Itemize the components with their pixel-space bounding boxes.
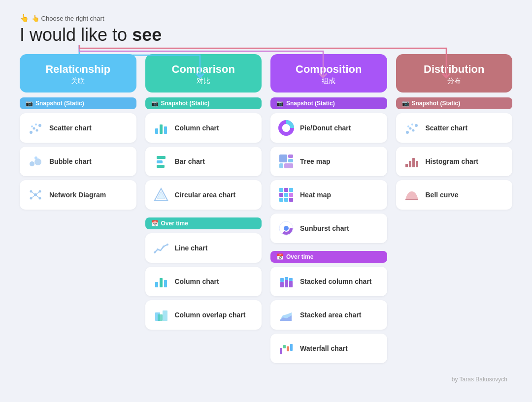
chart-label-sunburst: Sunburst chart: [300, 224, 349, 233]
column-relationship: Relationship关联📷 Snapshot (Static) Scatte…: [20, 54, 136, 217]
svg-rect-19: [160, 124, 163, 134]
chart-item-scatter-0[interactable]: Scatter chart: [396, 113, 513, 143]
svg-point-70: [407, 125, 409, 127]
chart-label-scatter: Scatter chart: [49, 124, 92, 132]
svg-rect-51: [289, 198, 293, 202]
chart-item-bell-2[interactable]: Bell curve: [396, 180, 513, 210]
svg-rect-60: [289, 278, 293, 281]
chart-label-heatmap: Heat map: [300, 190, 331, 199]
svg-rect-56: [280, 278, 284, 282]
chart-item-stacked-area-1[interactable]: Stacked area chart: [270, 300, 387, 330]
svg-point-28: [163, 246, 165, 247]
cat-title-composition: Composition: [277, 63, 380, 76]
cat-header-relationship: Relationship关联: [20, 54, 136, 93]
chart-label-bell: Bell curve: [426, 190, 459, 199]
column-icon: [152, 273, 170, 290]
chart-label-waterfall: Waterfall chart: [300, 344, 348, 353]
waterfall-icon: [277, 340, 295, 357]
svg-rect-35: [163, 310, 167, 321]
svg-rect-42: [284, 163, 293, 168]
chart-item-network-2[interactable]: Network Diagram: [20, 180, 136, 210]
svg-rect-64: [290, 344, 293, 351]
svg-line-15: [35, 191, 40, 195]
svg-rect-34: [158, 314, 163, 321]
svg-line-17: [35, 195, 40, 198]
chart-item-histogram-1[interactable]: Histogram chart: [396, 147, 513, 176]
section-composition-1: 📅 Over time Stacked column chart Stacked…: [270, 251, 387, 367]
svg-rect-74: [416, 161, 418, 167]
chart-label-scatter: Scatter chart: [426, 124, 468, 132]
chart-item-waterfall-2[interactable]: Waterfall chart: [270, 334, 387, 363]
chart-item-bubble-1[interactable]: Bubble chart: [20, 147, 136, 176]
cat-subtitle-distribution: 分布: [403, 77, 506, 86]
chart-item-heatmap-2[interactable]: Heat map: [270, 180, 387, 210]
svg-rect-43: [279, 188, 283, 192]
svg-rect-61: [280, 348, 282, 354]
svg-rect-20: [164, 126, 167, 134]
svg-rect-41: [279, 163, 283, 168]
badge-text: 👆 Choose the right chart: [32, 15, 104, 22]
chart-item-sunburst-3[interactable]: Sunburst chart: [270, 214, 387, 243]
svg-point-37: [282, 124, 290, 132]
bubble-icon: [27, 153, 44, 170]
chart-item-line-0[interactable]: Line chart: [145, 233, 262, 263]
bar-icon: [152, 153, 170, 170]
chart-label-column-overlap: Column overlap chart: [175, 310, 246, 319]
svg-line-14: [31, 191, 35, 195]
chart-item-column-1[interactable]: Column chart: [145, 267, 262, 296]
section-label-comparison-0: 📷 Snapshot (Static): [145, 97, 262, 109]
section-label-composition-1: 📅 Over time: [270, 251, 387, 263]
network-icon: [27, 186, 44, 204]
column-composition: Composition组成📷 Snapshot (Static) Pie/Don…: [270, 54, 387, 371]
svg-rect-18: [155, 128, 158, 134]
svg-rect-45: [289, 188, 293, 192]
svg-rect-40: [288, 159, 293, 162]
svg-point-2: [36, 129, 38, 132]
svg-rect-47: [284, 193, 288, 197]
bell-icon: [403, 186, 421, 204]
heatmap-icon: [277, 186, 295, 204]
svg-point-66: [409, 127, 411, 130]
svg-point-1: [33, 127, 35, 130]
svg-rect-44: [284, 188, 288, 192]
svg-point-54: [284, 226, 289, 231]
chart-label-stacked-area: Stacked area chart: [300, 310, 362, 319]
chart-item-scatter-0[interactable]: Scatter chart: [20, 113, 136, 143]
histogram-icon: [403, 153, 421, 170]
section-distribution-0: 📷 Snapshot (Static) Scatter chart Histog…: [396, 97, 513, 214]
svg-rect-59: [289, 281, 293, 287]
circular-icon: [152, 186, 170, 204]
chart-item-column-overlap-2[interactable]: Column overlap chart: [145, 300, 262, 330]
svg-point-3: [38, 124, 41, 127]
svg-rect-71: [405, 164, 408, 167]
scatter-icon: [403, 119, 421, 137]
svg-rect-72: [409, 161, 411, 167]
chart-item-bar-1[interactable]: Bar chart: [145, 147, 262, 176]
svg-rect-50: [284, 198, 288, 202]
chart-item-circular-2[interactable]: Circular area chart: [145, 180, 262, 210]
svg-point-6: [30, 161, 34, 166]
chart-item-column-0[interactable]: Column chart: [145, 113, 262, 143]
svg-rect-55: [280, 282, 284, 287]
cat-header-comparison: Comparison对比: [145, 54, 262, 93]
section-label-composition-0: 📷 Snapshot (Static): [270, 97, 387, 109]
svg-point-27: [157, 248, 159, 250]
section-composition-0: 📷 Snapshot (Static) Pie/Donut chart Tree…: [270, 97, 387, 247]
svg-rect-31: [160, 278, 163, 287]
cat-header-distribution: Distribution分布: [396, 54, 513, 93]
svg-point-68: [415, 124, 418, 127]
svg-point-7: [34, 158, 41, 165]
donut-icon: [277, 119, 295, 137]
chart-item-donut-0[interactable]: Pie/Donut chart: [270, 113, 387, 143]
cat-subtitle-comparison: 对比: [152, 77, 255, 86]
svg-point-5: [31, 125, 33, 127]
svg-rect-39: [288, 155, 293, 158]
chart-item-treemap-1[interactable]: Tree map: [270, 147, 387, 176]
section-label-distribution-0: 📷 Snapshot (Static): [396, 97, 513, 109]
svg-point-29: [166, 244, 168, 246]
cat-subtitle-relationship: 关联: [27, 77, 130, 86]
svg-point-67: [412, 129, 414, 132]
chart-item-stacked-col-0[interactable]: Stacked column chart: [270, 267, 387, 296]
svg-point-8: [34, 156, 37, 159]
stacked-col-icon: [277, 273, 295, 290]
